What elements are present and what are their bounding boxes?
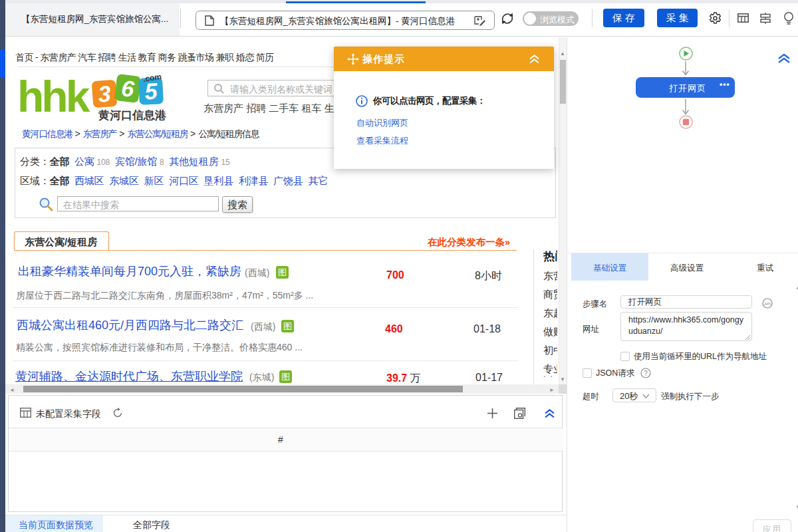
svg-text:API: API — [764, 302, 771, 306]
svg-text:?: ? — [644, 370, 648, 377]
